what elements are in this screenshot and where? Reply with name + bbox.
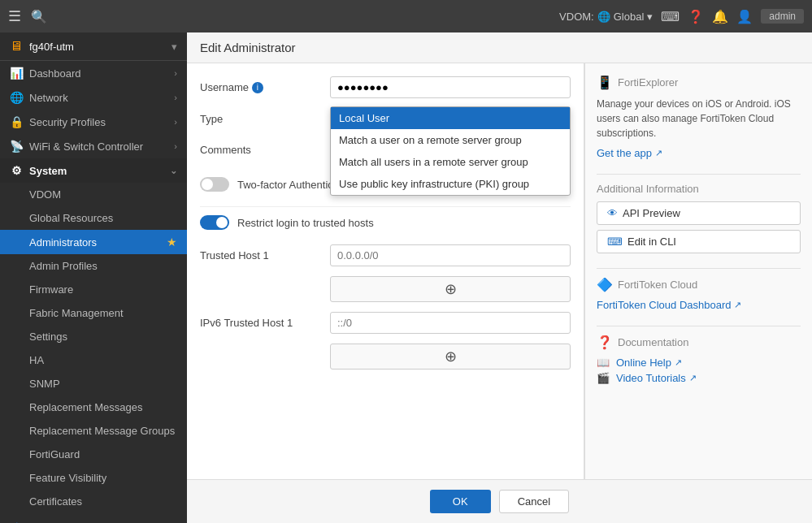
wifi-icon: 📡 [10, 140, 23, 153]
restrict-row: Restrict login to trusted hosts [200, 206, 571, 236]
ipv6-trusted-host1-input[interactable] [330, 312, 571, 334]
topbar: ☰ 🔍 VDOM: 🌐 Global ▾ ⌨ ❓ 🔔 👤 admin [0, 0, 812, 32]
help-icon[interactable]: ❓ [688, 9, 704, 24]
sidebar-item-fabric-management[interactable]: Fabric Management [0, 301, 187, 325]
api-preview-button[interactable]: 👁 API Preview [597, 201, 801, 225]
cancel-button[interactable]: Cancel [499, 490, 569, 513]
sidebar-item-feature-visibility[interactable]: Feature Visibility [0, 466, 187, 490]
dropdown-item-all-remote[interactable]: Match all users in a remote server group [331, 151, 570, 173]
forti-explorer-desc: Manage your devices on iOS or Android. i… [597, 97, 801, 140]
user-icon[interactable]: 👤 [736, 9, 753, 24]
trusted-host1-add-button[interactable]: ⊕ [330, 276, 571, 302]
panel-divider2 [597, 268, 801, 269]
topbar-right: VDOM: 🌐 Global ▾ ⌨ ❓ 🔔 👤 admin [559, 9, 804, 24]
user-label[interactable]: admin [761, 9, 804, 24]
sidebar-item-label: Fabric Management [29, 307, 177, 319]
topbar-left: ☰ 🔍 [8, 7, 47, 25]
sidebar-item-replacement-message-groups[interactable]: Replacement Message Groups [0, 419, 187, 443]
dropdown-item-remote-server[interactable]: Match a user on a remote server group [331, 129, 570, 151]
video-tutorials-link[interactable]: 🎬 Video Tutorials ↗ [597, 372, 801, 384]
panel-divider1 [597, 174, 801, 175]
sidebar-item-settings[interactable]: Settings [0, 325, 187, 348]
search-icon[interactable]: 🔍 [31, 9, 47, 24]
forti-explorer-title: 📱 FortiExplorer [597, 75, 801, 90]
sidebar-item-certificates[interactable]: Certificates [0, 490, 187, 513]
external-link-icon: ↗ [734, 300, 741, 310]
sidebar-item-firmware[interactable]: Firmware [0, 278, 187, 301]
trusted-host1-input[interactable] [330, 244, 571, 266]
ok-button[interactable]: OK [430, 490, 491, 513]
external-link-icon: ↗ [689, 373, 697, 383]
content-body: Username i Type 🔒 [187, 63, 812, 479]
trusted-host1-wrap [330, 244, 571, 266]
username-label: Username i [200, 76, 330, 93]
sidebar-item-wifi-switch[interactable]: 📡 WiFi & Switch Controller › [0, 134, 187, 158]
page-header: Edit Administrator [187, 32, 812, 63]
cli-edit-icon: ⌨ [607, 236, 623, 248]
page-title: Edit Administrator [200, 41, 296, 54]
right-panel: 📱 FortiExplorer Manage your devices on i… [584, 63, 812, 479]
plus-icon: ⊕ [445, 280, 457, 298]
sidebar-item-replacement-messages[interactable]: Replacement Messages [0, 395, 187, 419]
dashboard-icon: 📊 [10, 67, 23, 80]
dropdown-item-local-user[interactable]: Local User [331, 107, 570, 129]
toggle-knob [216, 217, 228, 228]
sidebar-item-dashboard[interactable]: 📊 Dashboard › [0, 61, 187, 85]
username-info-icon[interactable]: i [252, 82, 263, 93]
sidebar-item-label: System [29, 165, 170, 177]
network-icon: 🌐 [10, 91, 23, 104]
sidebar-item-global-resources[interactable]: Global Resources [0, 206, 187, 230]
username-input-wrap [330, 76, 571, 98]
security-profiles-icon: 🔒 [10, 115, 23, 128]
forti-token-section: 🔷 FortiToken Cloud FortiToken Cloud Dash… [597, 277, 801, 311]
forti-explorer-section: 📱 FortiExplorer Manage your devices on i… [597, 75, 801, 159]
username-input[interactable] [330, 76, 571, 98]
sidebar-item-label: FortiGuard [29, 448, 177, 460]
dropdown-item-pki[interactable]: Use public key infrastructure (PKI) grou… [331, 173, 570, 195]
type-row: Type 🔒 Change Password Local User Match … [200, 108, 571, 129]
forti-token-dashboard-link[interactable]: FortiToken Cloud Dashboard ↗ [597, 299, 741, 311]
get-app-link[interactable]: Get the app ↗ [597, 147, 662, 159]
sidebar-brand: 🖥 fg40f-utm ▾ [0, 32, 187, 61]
trusted-host1-row: Trusted Host 1 ⊕ [200, 244, 571, 302]
restrict-toggle[interactable] [200, 215, 229, 230]
sidebar-item-label: Replacement Messages [29, 401, 177, 413]
chevron-icon: › [174, 68, 177, 78]
cli-icon[interactable]: ⌨ [661, 9, 680, 24]
sidebar-item-security-profiles[interactable]: 🔒 Security Profiles › [0, 110, 187, 134]
sidebar-item-label: VDOM [29, 188, 177, 201]
ipv6-trusted-host1-add-button[interactable]: ⊕ [330, 344, 571, 370]
sidebar-item-label: Global Resources [29, 212, 177, 224]
sidebar-item-system[interactable]: ⚙ System ⌄ [0, 158, 187, 183]
sidebar-item-admin-profiles[interactable]: Admin Profiles [0, 254, 187, 278]
documentation-section: ❓ Documentation 📖 Online Help ↗ 🎬 Video … [597, 335, 801, 384]
comments-label: Comments [200, 139, 330, 156]
vdom-selector[interactable]: VDOM: 🌐 Global ▾ [559, 11, 653, 23]
sidebar-item-administrators[interactable]: Administrators ★ [0, 230, 187, 254]
sidebar-item-label: Admin Profiles [29, 260, 177, 272]
additional-info-title: Additional Information [597, 183, 801, 195]
sidebar-item-fortiguard[interactable]: FortiGuard [0, 443, 187, 466]
forti-token-icon: 🔷 [597, 277, 613, 292]
edit-in-cli-button[interactable]: ⌨ Edit in CLI [597, 230, 801, 253]
sidebar-item-security-fabric[interactable]: 🔷 Security Fabric › [0, 517, 187, 523]
sidebar-item-network[interactable]: 🌐 Network › [0, 85, 187, 110]
main-layout: 🖥 fg40f-utm ▾ 📊 Dashboard › 🌐 Network › … [0, 32, 812, 523]
ipv6-trusted-host1-row: IPv6 Trusted Host 1 ⊕ [200, 312, 571, 370]
sidebar-item-snmp[interactable]: SNMP [0, 372, 187, 395]
online-help-link[interactable]: 📖 Online Help ↗ [597, 357, 801, 369]
sidebar-item-label: Security Profiles [29, 116, 174, 128]
two-factor-toggle[interactable] [200, 177, 229, 192]
sidebar-item-label: Certificates [29, 495, 177, 508]
additional-info-section: Additional Information 👁 API Preview ⌨ E… [597, 183, 801, 253]
form-footer: OK Cancel [187, 479, 812, 523]
menu-icon[interactable]: ☰ [8, 7, 21, 25]
bell-icon[interactable]: 🔔 [712, 9, 728, 24]
sidebar-item-label: Firmware [29, 283, 177, 296]
sidebar-item-vdom[interactable]: VDOM [0, 183, 187, 206]
system-icon: ⚙ [10, 164, 23, 177]
sidebar-item-label: Dashboard [29, 67, 174, 80]
brand-label: fg40f-utm [29, 41, 74, 53]
sidebar-item-ha[interactable]: HA [0, 348, 187, 372]
documentation-icon: ❓ [597, 335, 613, 350]
